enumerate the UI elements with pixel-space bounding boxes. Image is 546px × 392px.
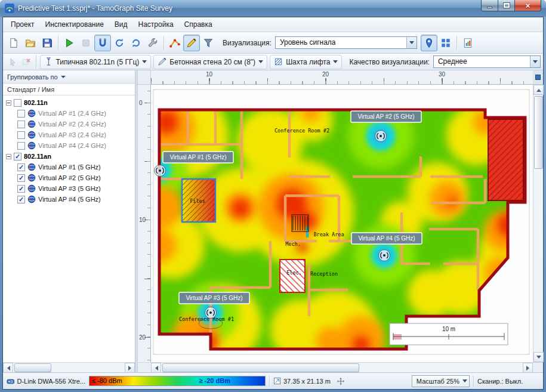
scroll-left-button[interactable]	[151, 363, 161, 373]
tree-column-header[interactable]: Стандарт / Имя	[3, 84, 135, 95]
legend-panel-button[interactable]	[437, 35, 454, 51]
select-tool-button[interactable]	[5, 55, 19, 69]
main-toolbar: Визуализация: Уровень сигнала	[3, 32, 543, 54]
report-icon	[462, 38, 473, 48]
pan-tool-button[interactable]	[334, 375, 347, 387]
ruler-top: 102030	[151, 70, 533, 85]
scroll-thumb[interactable]	[534, 96, 543, 169]
ap-locate-button[interactable]	[421, 35, 437, 51]
scroll-corner-button[interactable]	[533, 70, 543, 85]
save-project-button[interactable]	[39, 35, 55, 51]
wall-type-dropdown[interactable]: Бетонная стена 20 см (8")	[153, 55, 267, 69]
ap-marker[interactable]	[155, 165, 166, 177]
new-project-button[interactable]	[5, 35, 22, 51]
tree-ap-row[interactable]: ✓Virtual AP #2 (5 GHz)	[3, 172, 135, 183]
checkbox[interactable]: ✓	[17, 163, 25, 171]
menu-item-1[interactable]: Проект	[5, 17, 40, 32]
zoom-dropdown[interactable]: Масштаб 25%	[412, 375, 470, 387]
report-button[interactable]	[459, 35, 476, 51]
minimize-button[interactable]	[481, 0, 498, 11]
scroll-left-button[interactable]	[3, 363, 13, 373]
signal-legend: ≤ -80 dBm ≥ -20 dBm	[89, 376, 266, 386]
scroll-up-button[interactable]	[533, 85, 544, 95]
refresh-data-button[interactable]	[111, 35, 128, 51]
tree-ap-row[interactable]: ✓Virtual AP #4 (5 GHz)	[3, 194, 135, 205]
checkbox[interactable]: ✓	[17, 196, 25, 203]
start-survey-button[interactable]	[61, 35, 78, 51]
svg-text:Virtual AP #3 (5 GHz): Virtual AP #3 (5 GHz)	[186, 295, 242, 301]
scroll-down-button[interactable]	[533, 352, 544, 362]
attenuation-zone-dropdown[interactable]: Шахта лифта	[270, 55, 342, 69]
ap-marker[interactable]	[205, 307, 217, 319]
elec-attenuation-zone[interactable]	[280, 260, 305, 292]
combo-arrow[interactable]	[406, 37, 417, 48]
pan-icon	[337, 377, 345, 385]
ap-label[interactable]: Virtual AP #2 (5 GHz)	[351, 111, 421, 122]
group-by-button[interactable]: Группировать по	[3, 70, 135, 84]
checkbox[interactable]	[17, 142, 25, 150]
tree-ap-row[interactable]: Virtual AP #1 (2.4 GHz)	[3, 108, 135, 119]
sidebar-hscrollbar[interactable]	[3, 362, 135, 372]
ap-marker[interactable]	[379, 250, 390, 261]
menu-item-4[interactable]: Настройка	[133, 17, 179, 32]
scroll-thumb[interactable]	[14, 363, 51, 372]
tree-group-row[interactable]: ✓802.11an	[3, 151, 135, 162]
checkbox[interactable]: ✓	[17, 185, 25, 193]
refresh-alt-icon	[131, 38, 141, 48]
collapse-icon[interactable]	[6, 154, 11, 159]
visualization-combo[interactable]: Уровень сигнала	[275, 36, 417, 49]
filter-button[interactable]	[200, 35, 217, 51]
map-vscrollbar[interactable]	[533, 85, 543, 362]
checkbox[interactable]	[17, 121, 25, 128]
close-button[interactable]: ×	[514, 0, 541, 11]
checkbox[interactable]: ✓	[14, 153, 21, 160]
edit-mode-button[interactable]	[183, 35, 200, 51]
adapter-status[interactable]: D-Link DWA-556 Xtre...	[7, 377, 85, 385]
map-hscrollbar[interactable]	[151, 362, 533, 372]
tree-group-row[interactable]: 802.11n	[3, 97, 135, 108]
room-label: Files	[190, 198, 205, 204]
ruler-label: 0	[139, 100, 143, 106]
delete-tool-button[interactable]	[19, 55, 33, 69]
menu-item-5[interactable]: Справка	[179, 17, 218, 32]
menu-item-3[interactable]: Вид	[109, 17, 133, 32]
open-project-button[interactable]	[22, 35, 39, 51]
ap-marker[interactable]	[375, 131, 387, 142]
tree-ap-row[interactable]: Virtual AP #4 (2.4 GHz)	[3, 140, 135, 151]
menu-item-2[interactable]: Инспектирование	[40, 17, 109, 32]
ap-label[interactable]: Virtual AP #1 (5 GHz)	[163, 152, 233, 163]
scroll-spacer	[138, 362, 151, 372]
tree-ap-row[interactable]: ✓Virtual AP #1 (5 GHz)	[3, 162, 135, 172]
scroll-thumb[interactable]	[162, 363, 359, 372]
collapse-icon[interactable]	[6, 100, 11, 106]
maximize-button[interactable]	[498, 0, 514, 11]
quality-combo[interactable]: Среднее	[433, 55, 541, 68]
recalculate-button[interactable]	[128, 35, 144, 51]
scroll-right-button[interactable]	[125, 363, 135, 373]
antenna-icon	[44, 57, 53, 66]
checkbox[interactable]: ✓	[17, 174, 25, 182]
tree-ap-row[interactable]: Virtual AP #2 (2.4 GHz)	[3, 119, 135, 129]
tree-ap-row[interactable]: Virtual AP #3 (2.4 GHz)	[3, 129, 135, 140]
stop-survey-button[interactable]	[78, 35, 94, 51]
ap-label[interactable]: Virtual AP #3 (5 GHz)	[179, 292, 249, 304]
room-label: Conference Room #2	[274, 128, 329, 134]
survey-path-button[interactable]	[166, 35, 183, 51]
scroll-right-button[interactable]	[523, 363, 533, 373]
dimensions-value: 37.35 x 21.13 m	[283, 378, 331, 385]
checkbox[interactable]	[17, 110, 25, 118]
checkbox[interactable]	[14, 99, 21, 107]
ap-label[interactable]: Virtual AP #4 (5 GHz)	[351, 233, 422, 244]
path-icon	[169, 38, 180, 48]
save-icon	[42, 38, 53, 48]
tree-ap-row[interactable]: ✓Virtual AP #3 (5 GHz)	[3, 183, 135, 194]
ap-list-panel: Группировать по Стандарт / Имя 802.11nVi…	[3, 70, 135, 372]
app-icon	[5, 4, 14, 13]
combo-arrow[interactable]	[530, 56, 540, 67]
calibration-button[interactable]	[94, 35, 111, 51]
floorplan-canvas[interactable]: 10 m Conference Room #2FilesBreak AreaMe…	[151, 85, 533, 362]
checkbox[interactable]	[17, 131, 25, 139]
ap-type-dropdown[interactable]: Типичная 802.11n (5 ГГц)	[40, 55, 152, 69]
settings-tools-button[interactable]	[144, 35, 161, 51]
title-bar[interactable]: Predictive Test 1.ssprj* - TamoGraph Sit…	[0, 0, 546, 17]
